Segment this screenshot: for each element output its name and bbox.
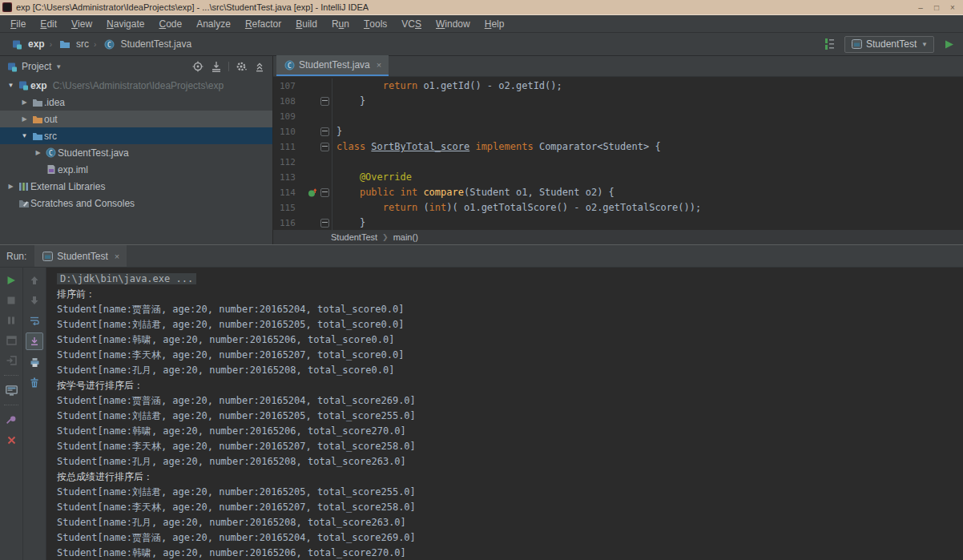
run-tab-close-icon[interactable]: × (115, 252, 119, 261)
menu-file[interactable]: File (3, 15, 33, 32)
softwrap-icon[interactable] (26, 312, 42, 328)
code-line: 108 } (273, 94, 963, 109)
tree-item--idea[interactable]: ▶.idea (0, 94, 272, 111)
project-tree: ▼expC:\Users\Administrator\IdeaProjects\… (0, 77, 272, 212)
tree-expand-icon[interactable]: ▶ (18, 115, 30, 123)
class-icon: C (44, 145, 58, 161)
menu-view[interactable]: View (64, 15, 99, 32)
tab-close-icon[interactable]: × (377, 60, 381, 70)
tree-expand-icon[interactable]: ▼ (5, 82, 17, 89)
menu-build[interactable]: Build (288, 15, 324, 32)
fold-marker-icon[interactable] (318, 216, 332, 230)
editor-breadcrumb-item[interactable]: StudentTest (331, 232, 377, 242)
menu-window[interactable]: Window (429, 15, 477, 32)
fold-column (318, 109, 332, 124)
breadcrumb-label: StudentTest.java (120, 38, 191, 50)
code-line: 114 public int compare(Student o1, Stude… (273, 185, 963, 200)
menu-refactor[interactable]: Refactor (238, 15, 288, 32)
overriding-method-icon[interactable] (307, 188, 318, 198)
menu-code[interactable]: Code (151, 15, 189, 32)
breadcrumb-separator: ❯ (382, 233, 389, 241)
console-line: Student[name:孔月, age:20, number:20165208… (57, 515, 963, 530)
console-line: Student[name:李天林, age:20, number:2016520… (57, 500, 963, 515)
console-line: Student[name:贾普涵, age:20, number:2016520… (57, 393, 963, 409)
down-icon[interactable] (26, 292, 42, 308)
print-icon[interactable] (26, 354, 42, 370)
tree-item-src[interactable]: ▼src (0, 127, 272, 144)
code-text: } (332, 216, 365, 230)
menu-tools[interactable]: Tools (357, 15, 394, 32)
menu-help[interactable]: Help (477, 15, 512, 32)
tree-item-studenttest-java[interactable]: ▶CStudentTest.java (0, 144, 272, 161)
tree-item-path: C:\Users\Administrator\IdeaProjects\exp (53, 80, 224, 91)
menu-run[interactable]: Run (324, 15, 357, 32)
tree-item-label: External Libraries (30, 181, 105, 192)
exit-icon[interactable] (3, 353, 19, 369)
console-line: Student[name:贾普涵, age:20, number:2016520… (57, 530, 963, 546)
scroll-end-icon[interactable] (26, 332, 43, 350)
menu-edit[interactable]: Edit (33, 15, 64, 32)
up-icon[interactable] (26, 272, 42, 288)
tree-expand-icon[interactable]: ▼ (18, 132, 30, 139)
run-tab-label: StudentTest (57, 251, 107, 262)
code-line: 113 @Override (273, 170, 963, 185)
console-line: Student[name:韩啸, age:20, number:20165206… (57, 332, 963, 348)
console-view-icon[interactable] (3, 382, 19, 398)
main-toolbar: exp›src›CStudentTest.java StudentTest ▼ (0, 33, 963, 56)
settings-icon[interactable] (235, 60, 248, 73)
stop-icon[interactable] (3, 292, 19, 308)
tree-item-exp[interactable]: ▼expC:\Users\Administrator\IdeaProjects\… (0, 77, 272, 94)
window-title: exp [C:\Users\Administrator\IdeaProjects… (16, 2, 369, 12)
breadcrumb-exp[interactable]: exp (6, 35, 47, 53)
editor-breadcrumb-item[interactable]: main() (393, 232, 418, 242)
fold-marker-icon[interactable] (318, 185, 332, 200)
rerun-icon[interactable] (3, 272, 19, 288)
breadcrumb-src[interactable]: src (54, 35, 91, 53)
editor-area: C StudentTest.java × 107 return o1.getId… (273, 56, 963, 244)
tree-item-scratches-and-consoles[interactable]: Scratches and Consoles (0, 195, 272, 212)
line-number: 112 (273, 155, 307, 170)
run-button[interactable] (941, 36, 957, 52)
code-text: public int compare(Student o1, Student o… (332, 185, 614, 200)
line-number: 110 (273, 124, 307, 139)
code-editor[interactable]: 107 return o1.getId() - o2.getId();108 }… (273, 77, 963, 230)
clear-icon[interactable] (26, 374, 42, 390)
menu-analyze[interactable]: Analyze (189, 15, 238, 32)
tree-expand-icon[interactable]: ▶ (18, 99, 30, 106)
project-panel-title[interactable]: Project (22, 61, 51, 72)
editor-breadcrumb: StudentTest❯main() (273, 230, 963, 244)
fold-marker-icon[interactable] (318, 139, 332, 155)
pin-icon[interactable] (3, 412, 19, 428)
console-line: Student[name:孔月, age:20, number:20165208… (57, 454, 963, 469)
tree-expand-icon[interactable]: ▶ (5, 183, 17, 190)
fold-marker-icon[interactable] (318, 94, 332, 109)
minimize-button[interactable]: – (913, 3, 928, 12)
menu-navigate[interactable]: Navigate (99, 15, 151, 32)
project-tool-window: Project ▼ ▼expC:\Users\Administrator\Ide… (0, 56, 273, 244)
project-icon (9, 36, 25, 52)
scroll-from-source-icon[interactable] (210, 60, 223, 73)
menu-vcs[interactable]: VCS (394, 15, 429, 32)
tree-item-external-libraries[interactable]: ▶External Libraries (0, 178, 272, 195)
tree-expand-icon[interactable]: ▶ (32, 149, 44, 156)
tree-item-out[interactable]: ▶out (0, 111, 272, 127)
run-config-selector[interactable]: StudentTest ▼ (844, 36, 934, 53)
fold-marker-icon[interactable] (318, 124, 332, 139)
close-icon[interactable] (3, 432, 19, 448)
console-actions-toolbar (23, 268, 46, 560)
vcs-changed-lines-icon[interactable] (822, 36, 838, 52)
breadcrumb-studenttest-java[interactable]: CStudentTest.java (99, 35, 194, 53)
collapse-all-icon[interactable] (253, 60, 266, 73)
run-tab-studenttest[interactable]: StudentTest × (34, 245, 127, 267)
locate-icon[interactable] (191, 60, 204, 73)
pause-icon[interactable] (3, 312, 19, 328)
tree-item-exp-iml[interactable]: exp.iml (0, 161, 272, 178)
maximize-button[interactable]: □ (929, 3, 944, 12)
restore-layout-icon[interactable] (3, 332, 19, 348)
console-output[interactable]: D:\jdk\bin\java.exe ...排序前：Student[name:… (46, 268, 963, 560)
tab-studenttest-java[interactable]: C StudentTest.java × (276, 55, 389, 76)
window-controls: – □ × (913, 3, 963, 12)
close-button[interactable]: × (945, 3, 960, 12)
chevron-down-icon: ▼ (55, 63, 62, 71)
code-text: } (332, 94, 365, 109)
